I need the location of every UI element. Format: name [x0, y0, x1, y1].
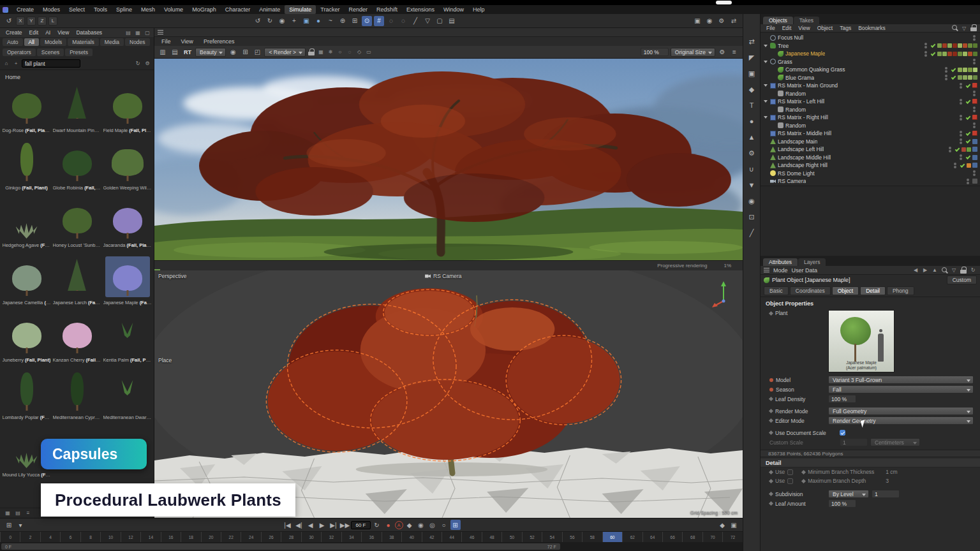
- save-image-icon[interactable]: ▥: [158, 47, 168, 57]
- attribute-tab[interactable]: Coordinates: [790, 286, 831, 295]
- ruler-tick[interactable]: 0: [0, 532, 20, 542]
- object-tree-row[interactable]: Random: [761, 122, 980, 130]
- menu-item[interactable]: Extensions: [402, 5, 439, 14]
- enable-check-icon[interactable]: [951, 67, 956, 73]
- asset-item[interactable]: Dog-Rose (Fall, Plant): [1, 83, 52, 140]
- visibility-toggle[interactable]: [960, 83, 962, 89]
- lock-icon[interactable]: [970, 24, 977, 32]
- ruler-tick[interactable]: 52: [522, 532, 542, 542]
- text-icon[interactable]: T: [746, 99, 757, 111]
- material-swatch[interactable]: [953, 43, 957, 48]
- move-icon[interactable]: +: [289, 16, 299, 26]
- object-tree-row[interactable]: RS Dome Light: [761, 170, 980, 178]
- timeline-menu-icon[interactable]: ⊞: [4, 520, 14, 530]
- menu-item[interactable]: Simulate: [285, 5, 316, 14]
- ruler-tick[interactable]: 2: [20, 532, 40, 542]
- settings-icon[interactable]: ⚙: [717, 47, 727, 57]
- up-icon[interactable]: ▲: [931, 267, 939, 274]
- material-swatch[interactable]: [958, 68, 962, 72]
- object-name[interactable]: Landscape Left Hill: [778, 146, 824, 152]
- menu-item[interactable]: Edit: [779, 24, 795, 33]
- expand-toggle-icon[interactable]: [763, 43, 768, 48]
- object-name[interactable]: Landscape Right Hill: [778, 162, 828, 168]
- object-tree-row[interactable]: RS Matrix - Middle Hill: [761, 129, 980, 138]
- hud-icon[interactable]: ▣: [729, 520, 739, 530]
- object-name[interactable]: RS Matrix - Main Ground: [778, 82, 838, 89]
- visibility-toggle[interactable]: [949, 147, 951, 152]
- visibility-toggle[interactable]: [973, 107, 976, 112]
- object-tree-row[interactable]: Landscape Left Hill: [761, 145, 980, 154]
- back-icon[interactable]: ◀: [912, 267, 919, 274]
- keyframe-dot-icon[interactable]: [769, 378, 773, 382]
- menu-item[interactable]: Create: [12, 5, 38, 14]
- object-tree-row[interactable]: Random: [761, 106, 980, 114]
- filter-icon[interactable]: ▽: [950, 267, 958, 274]
- panel-tab[interactable]: Layers: [798, 258, 826, 266]
- timeline-ruler[interactable]: 0246810121416182022242628303234363840424…: [0, 531, 743, 542]
- axis-lock-button[interactable]: Y: [27, 17, 36, 26]
- film-icon[interactable]: ▭: [365, 48, 373, 56]
- material-swatch[interactable]: [963, 68, 967, 72]
- render-pass-select[interactable]: Beauty: [195, 48, 226, 57]
- expand-toggle-icon[interactable]: [763, 115, 768, 120]
- object-name[interactable]: Random: [785, 107, 806, 113]
- expand-toggle-icon[interactable]: [763, 59, 768, 64]
- ruler-tick[interactable]: 32: [321, 532, 341, 542]
- ruler-tick[interactable]: 20: [201, 532, 221, 542]
- ruler-tick[interactable]: 30: [301, 532, 321, 542]
- editor-mode-select[interactable]: Render Geometry: [828, 416, 974, 425]
- filter-tab[interactable]: Materials: [68, 38, 98, 46]
- scale-key-button[interactable]: ◎: [427, 520, 438, 530]
- filter-icon[interactable]: ▽: [960, 24, 968, 32]
- redshift-tag-icon[interactable]: [972, 83, 977, 88]
- object-name[interactable]: RS Matrix - Left Hill: [778, 98, 824, 105]
- menu-item[interactable]: AI: [42, 28, 54, 37]
- use-document-scale-checkbox[interactable]: [840, 430, 845, 436]
- ruler-tick[interactable]: 66: [662, 532, 682, 542]
- zoom-field[interactable]: 100 %: [641, 48, 669, 56]
- asset-item[interactable]: Japanese Maple (Fall, Plant): [102, 255, 152, 312]
- object-tree-row[interactable]: Blue Grama: [761, 74, 980, 82]
- cube-icon[interactable]: ▣: [301, 16, 311, 26]
- ruler-tick[interactable]: 68: [682, 532, 702, 542]
- reset-icon[interactable]: ↺: [4, 16, 14, 26]
- render-to-picture-button[interactable]: ◉: [704, 16, 715, 26]
- phong-tag-icon[interactable]: [972, 163, 977, 168]
- redo-icon[interactable]: ↻: [265, 16, 275, 26]
- ruler-tick[interactable]: 24: [241, 532, 260, 542]
- knife-icon[interactable]: ╱: [410, 16, 420, 26]
- sphere-icon[interactable]: ●: [313, 16, 323, 26]
- attribute-tab[interactable]: Phong: [887, 286, 914, 295]
- material-swatch[interactable]: [953, 52, 957, 56]
- volume-icon[interactable]: ▲: [746, 131, 757, 143]
- fullscreen-icon[interactable]: ◇: [355, 48, 363, 56]
- spline-pen-icon[interactable]: ~: [325, 16, 336, 26]
- lock-icon[interactable]: [960, 267, 967, 274]
- sort-icon[interactable]: ▤: [124, 29, 132, 36]
- asset-item[interactable]: Japanese Larch (Fall, Plant): [52, 255, 102, 312]
- workplane-icon[interactable]: ⊞: [350, 16, 360, 26]
- category-tab[interactable]: Presets: [65, 48, 93, 56]
- axis-lock-button[interactable]: Z: [38, 17, 47, 26]
- object-tree-row[interactable]: RS Camera: [761, 177, 980, 186]
- object-name[interactable]: Tree: [778, 43, 789, 49]
- place-tool-label[interactable]: Place: [158, 357, 172, 364]
- object-name[interactable]: Random: [785, 122, 806, 129]
- ruler-tick[interactable]: 26: [261, 532, 281, 542]
- visibility-toggle[interactable]: [973, 91, 976, 96]
- menu-item[interactable]: Tags: [836, 24, 854, 33]
- material-swatch[interactable]: [973, 52, 977, 56]
- render-settings-button[interactable]: ⚙: [716, 16, 727, 26]
- pencil-icon[interactable]: ╱: [746, 227, 757, 239]
- object-tree-row[interactable]: RS Matrix - Left Hill: [761, 98, 980, 106]
- object-name[interactable]: Blue Grama: [785, 75, 814, 81]
- camera-icon[interactable]: ◉: [746, 195, 757, 207]
- material-swatch[interactable]: [963, 43, 967, 48]
- redshift-tag-icon[interactable]: [972, 115, 977, 120]
- current-frame-field[interactable]: 60 F: [351, 521, 370, 529]
- display-tag-icon[interactable]: [972, 179, 977, 184]
- layout-sync-icon[interactable]: ⇄: [729, 16, 739, 26]
- keyframe-button[interactable]: ◆: [405, 520, 415, 530]
- visibility-toggle[interactable]: [973, 59, 976, 64]
- material-swatch[interactable]: [973, 68, 977, 72]
